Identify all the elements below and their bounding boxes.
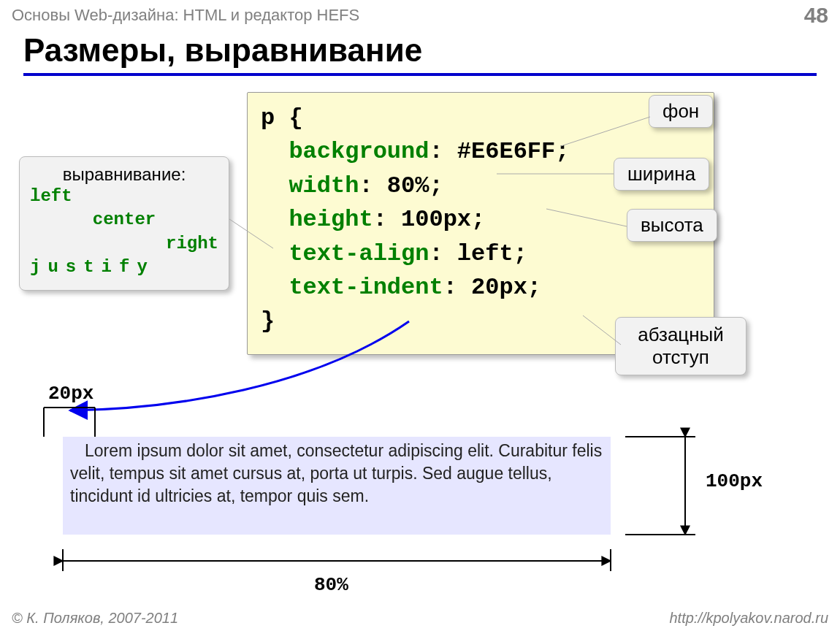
slide-title: Размеры, выравнивание <box>23 32 817 76</box>
copyright: © К. Поляков, 2007-2011 <box>12 610 178 627</box>
dim-indent: 20px <box>48 383 93 405</box>
dim-width: 80% <box>314 574 348 596</box>
alignment-tooltip-head: выравнивание: <box>30 164 218 185</box>
code-line: width: 80%; <box>261 172 443 199</box>
callout-height: высота <box>627 209 717 242</box>
alignment-tooltip: выравнивание: left center right justify <box>19 156 229 291</box>
align-left-label: left <box>30 185 218 208</box>
code-line: background: #E6E6FF; <box>261 138 569 165</box>
dim-height: 100px <box>706 470 763 492</box>
align-justify-label: justify <box>30 256 218 279</box>
callout-indent: абзацный отступ <box>615 317 747 375</box>
example-paragraph: Lorem ipsum dolor sit amet, consectetur … <box>63 437 611 535</box>
footer-url: http://kpolyakov.narod.ru <box>669 610 828 627</box>
callout-background: фон <box>649 95 713 128</box>
slide-footer: © К. Поляков, 2007-2011 http://kpolyakov… <box>12 610 828 627</box>
code-line: text-indent: 20px; <box>261 274 541 301</box>
code-line: height: 100px; <box>261 206 485 233</box>
callout-width: ширина <box>614 158 709 191</box>
breadcrumb: Основы Web-дизайна: HTML и редактор HEFS <box>12 6 359 25</box>
code-line: text-align: left; <box>261 240 527 267</box>
page-number: 48 <box>804 3 828 28</box>
align-right-label: right <box>30 232 218 256</box>
code-line: p { <box>261 104 303 131</box>
align-center-label: center <box>30 208 218 232</box>
code-line: } <box>261 307 275 334</box>
slide-header: Основы Web-дизайна: HTML и редактор HEFS… <box>12 3 828 28</box>
